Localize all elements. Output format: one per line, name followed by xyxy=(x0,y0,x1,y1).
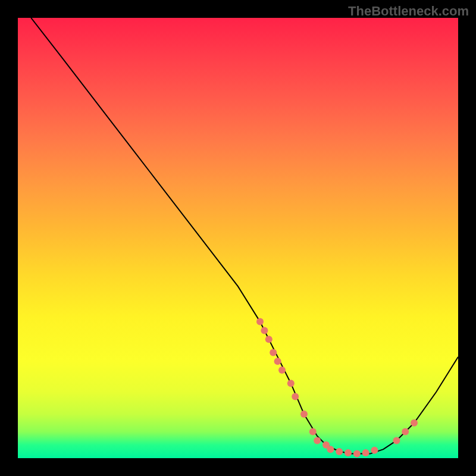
data-marker xyxy=(327,446,334,453)
chart-container: TheBottleneck.com xyxy=(0,0,476,476)
plot-area xyxy=(18,18,458,458)
data-marker xyxy=(261,327,268,334)
data-markers xyxy=(256,318,418,458)
bottleneck-curve xyxy=(31,18,458,454)
data-marker xyxy=(336,448,343,455)
data-marker xyxy=(256,318,264,325)
data-marker xyxy=(362,449,369,456)
data-marker xyxy=(371,447,378,454)
data-marker xyxy=(353,450,361,458)
data-marker xyxy=(322,441,330,449)
data-marker xyxy=(300,411,308,418)
data-marker xyxy=(274,358,281,365)
curve-svg xyxy=(18,18,458,458)
data-marker xyxy=(411,419,418,427)
data-marker xyxy=(270,349,277,356)
data-marker xyxy=(402,428,409,436)
data-marker xyxy=(345,449,352,456)
watermark-text: TheBottleneck.com xyxy=(348,4,469,19)
data-marker xyxy=(314,437,321,444)
data-marker xyxy=(393,437,400,444)
data-marker xyxy=(278,367,286,374)
data-marker xyxy=(292,393,299,400)
data-marker xyxy=(265,336,273,343)
data-marker xyxy=(309,428,317,436)
data-marker xyxy=(287,380,295,387)
